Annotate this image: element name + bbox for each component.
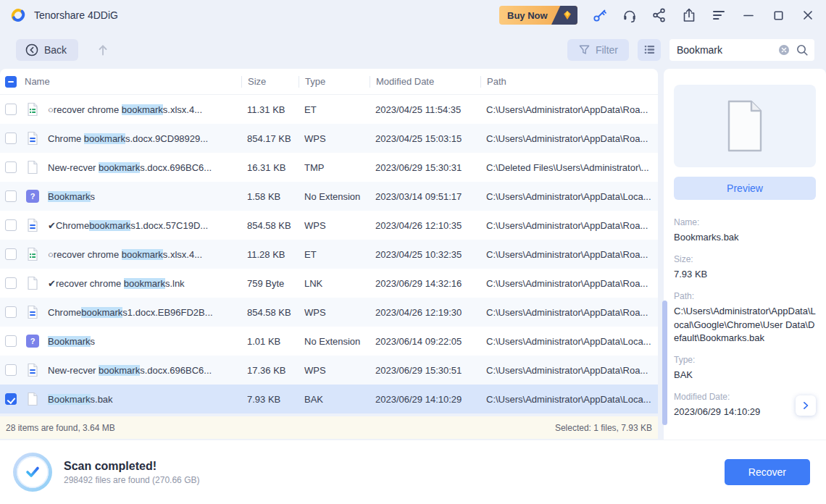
close-button[interactable]	[800, 7, 816, 23]
file-type: WPS	[299, 133, 370, 144]
buy-now-label: Buy Now	[507, 6, 548, 25]
file-size: 1.58 KB	[241, 191, 299, 202]
scrollbar-thumb[interactable]	[662, 301, 667, 425]
field-value-modified: 2023/06/29 14:10:29	[674, 406, 760, 419]
minimize-button[interactable]	[741, 7, 756, 23]
row-checkbox[interactable]	[5, 133, 17, 144]
content-area: Name Size Type Modified Date Path	[0, 69, 826, 440]
file-type-icon: ?	[22, 305, 43, 319]
row-checkbox[interactable]	[5, 306, 17, 318]
recover-button[interactable]: Recover	[725, 459, 810, 485]
row-checkbox[interactable]	[5, 335, 17, 347]
filter-button[interactable]: Filter	[567, 39, 629, 61]
file-type-icon: ?	[22, 190, 43, 203]
status-bar: 28 items are found, 3.64 MB Selected: 1 …	[0, 416, 658, 439]
table-row[interactable]: ? ○recover chrome bookmarks.xlsx.4... 11…	[0, 240, 658, 269]
file-modified-date: 2023/04/25 15:03:15	[370, 133, 480, 144]
menu-icon[interactable]	[711, 7, 727, 23]
gem-icon	[551, 6, 577, 25]
file-path: C:\Users\Administrator\AppData\Roa...	[480, 278, 658, 289]
table-row[interactable]: ? ✔Chromebookmarks1.docx.57C19D... 854.5…	[0, 211, 658, 240]
file-type: ET	[299, 249, 370, 260]
table-row[interactable]: ? ✔recover chrome bookmarks.lnk 759 Byte…	[0, 269, 658, 298]
file-name: New-recver bookmarks.docx.696BC6...	[43, 162, 241, 173]
row-checkbox[interactable]	[5, 219, 17, 231]
file-size: 11.31 KB	[241, 104, 299, 115]
column-header-type[interactable]: Type	[299, 76, 370, 88]
search-input[interactable]	[677, 44, 778, 56]
file-path: C:\Users\Administrator\AppData\Loca...	[480, 394, 658, 405]
table-row[interactable]: ? ○recover chrome bookmarks.xlsx.4... 11…	[0, 95, 658, 124]
license-key-icon[interactable]	[592, 7, 608, 23]
maximize-button[interactable]	[770, 7, 786, 23]
table-row[interactable]: ? Bookmarks.bak 7.93 KB BAK 2023/06/29 1…	[0, 385, 658, 413]
app-title: Tenorshare 4DDiG	[34, 9, 118, 21]
preview-button[interactable]: Preview	[674, 177, 816, 200]
file-type-icon: ?	[22, 276, 43, 290]
table-row[interactable]: ? Chromebookmarks1.docx.EB96FD2B... 854.…	[0, 298, 658, 327]
scan-complete-badge-icon	[13, 453, 52, 492]
expand-details-button[interactable]	[796, 395, 816, 416]
row-checkbox[interactable]	[5, 190, 17, 202]
file-modified-date: 2023/03/14 09:51:17	[370, 191, 480, 202]
field-label-size: Size:	[674, 254, 816, 264]
column-header-modified[interactable]: Modified Date	[370, 76, 480, 88]
file-type-icon: ?	[22, 392, 43, 406]
search-icon[interactable]	[796, 43, 809, 56]
file-modified-date: 2023/04/25 10:32:35	[370, 249, 480, 260]
file-type: BAK	[299, 394, 370, 405]
field-value-name: Bookmarks.bak	[674, 231, 816, 245]
row-checkbox[interactable]	[5, 277, 17, 289]
selected-summary-text: Selected: 1 files, 7.93 KB	[555, 423, 652, 433]
toolbar: Back Filter	[0, 30, 826, 69]
file-name: Chromebookmarks1.docx.EB96FD2B...	[43, 307, 241, 318]
field-value-size: 7.93 KB	[674, 268, 816, 282]
file-name: ○recover chrome bookmarks.xlsx.4...	[43, 104, 241, 115]
file-size: 1.01 KB	[241, 336, 299, 347]
back-label: Back	[44, 44, 67, 56]
back-button[interactable]: Back	[16, 39, 78, 61]
view-mode-button[interactable]	[638, 39, 661, 61]
footer-bar: Scan completed! 298492 files are found (…	[0, 440, 826, 504]
unknown-file-icon: ?	[26, 335, 39, 348]
table-row[interactable]: ? Chrome bookmarks.docx.9CD98929... 854.…	[0, 124, 658, 153]
file-modified-date: 2023/06/14 09:22:05	[370, 336, 480, 347]
file-name: Bookmarks	[43, 336, 241, 347]
table-row[interactable]: ? New-recver bookmarks.docx.696BC6... 16…	[0, 153, 658, 182]
up-level-button[interactable]	[94, 41, 112, 59]
column-header-size[interactable]: Size	[241, 76, 299, 88]
buy-now-button[interactable]: Buy Now	[499, 6, 577, 25]
row-checkbox[interactable]	[5, 364, 17, 376]
scan-status-title: Scan completed!	[64, 460, 199, 473]
row-checkbox[interactable]	[5, 161, 17, 173]
file-path: C:\Users\Administrator\AppData\Roa...	[480, 104, 658, 115]
field-label-modified: Modified Date:	[674, 392, 760, 402]
list-view-icon	[643, 43, 656, 56]
clear-search-icon[interactable]	[778, 44, 790, 56]
file-type-icon: ?	[22, 247, 43, 261]
file-name: ✔recover chrome bookmarks.lnk	[43, 278, 241, 289]
file-size: 854.58 KB	[241, 220, 299, 231]
file-name: Bookmarks	[43, 191, 241, 202]
share-icon[interactable]	[651, 7, 667, 23]
support-headset-icon[interactable]	[622, 7, 638, 23]
row-checkbox[interactable]	[5, 393, 17, 405]
file-name: ✔Chromebookmarks1.docx.57C19D...	[43, 220, 241, 231]
file-modified-date: 2023/06/29 15:30:51	[370, 365, 480, 376]
column-header-path[interactable]: Path	[480, 76, 658, 88]
app-window: Tenorshare 4DDiG Buy Now	[0, 0, 826, 504]
file-path: C:\Users\Administrator\AppData\Roa...	[480, 307, 658, 318]
column-header-name[interactable]: Name	[22, 76, 241, 87]
table-row[interactable]: ? New-recver bookmarks.docx.696BC6... 17…	[0, 356, 658, 385]
title-bar: Tenorshare 4DDiG Buy Now	[0, 0, 826, 30]
file-path: C:\Users\Administrator\AppData\Loca...	[480, 336, 658, 347]
select-all-checkbox[interactable]	[5, 76, 17, 88]
search-box[interactable]	[669, 39, 814, 61]
file-table: Name Size Type Modified Date Path	[0, 69, 658, 413]
file-size: 759 Byte	[241, 278, 299, 289]
row-checkbox[interactable]	[5, 104, 17, 115]
table-row[interactable]: ? Bookmarks 1.01 KB No Extension 2023/06…	[0, 327, 658, 356]
table-row[interactable]: ? Bookmarks 1.58 KB No Extension 2023/03…	[0, 182, 658, 211]
row-checkbox[interactable]	[5, 248, 17, 260]
export-icon[interactable]	[681, 7, 697, 23]
